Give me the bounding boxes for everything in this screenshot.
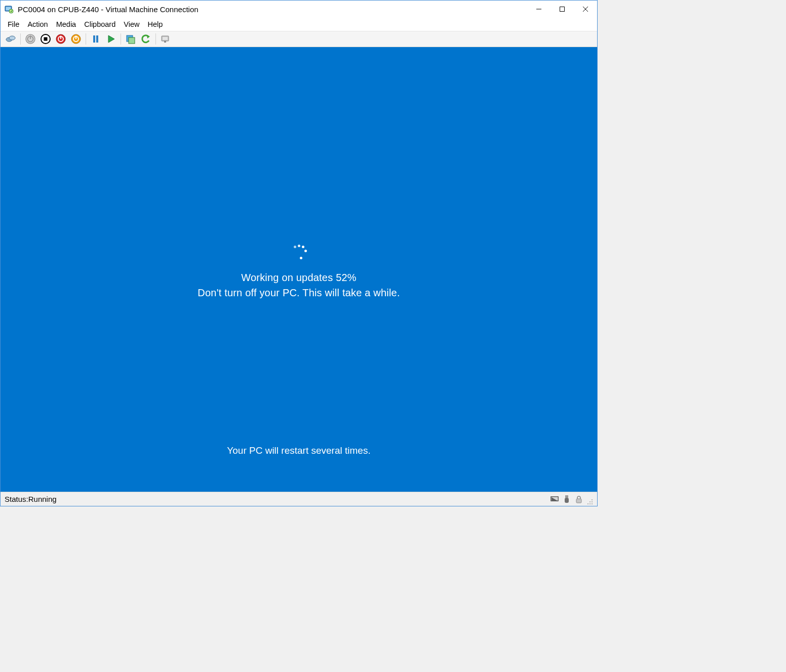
- minimize-button[interactable]: [527, 1, 551, 18]
- svg-rect-28: [164, 41, 166, 43]
- revert-button[interactable]: [139, 32, 153, 46]
- svg-rect-21: [96, 35, 98, 43]
- close-button[interactable]: [574, 1, 597, 18]
- svg-rect-27: [163, 37, 168, 40]
- enhanced-session-button[interactable]: [159, 32, 173, 46]
- status-value: Running: [28, 495, 57, 503]
- svg-marker-22: [108, 35, 114, 43]
- svg-rect-4: [560, 7, 565, 12]
- toolbar: [1, 31, 597, 47]
- menu-action[interactable]: Action: [23, 19, 52, 29]
- statusbar: Status: Running: [1, 492, 597, 506]
- loading-spinner-icon: [289, 245, 309, 265]
- svg-point-35: [592, 499, 593, 500]
- window-title: PC0004 on CPUB-Z440 - Virtual Machine Co…: [18, 5, 199, 14]
- menu-file[interactable]: File: [4, 19, 23, 29]
- toolbar-separator: [121, 33, 121, 45]
- update-progress-prefix: Working on updates: [241, 272, 336, 283]
- checkpoint-button[interactable]: [124, 32, 138, 46]
- menu-clipboard[interactable]: Clipboard: [80, 19, 120, 29]
- vm-screen[interactable]: Working on updates 52% Don't turn off yo…: [1, 47, 597, 492]
- svg-point-36: [590, 501, 591, 502]
- toolbar-separator: [155, 33, 156, 45]
- app-icon: [5, 5, 14, 14]
- lock-icon[interactable]: [574, 494, 584, 504]
- restart-message: Your PC will restart several times.: [1, 445, 597, 456]
- status-label: Status:: [5, 495, 28, 503]
- shutdown-button[interactable]: [54, 32, 68, 46]
- update-warning-line: Don't turn off your PC. This will take a…: [1, 285, 597, 300]
- resize-grip-icon[interactable]: [586, 498, 593, 505]
- svg-rect-32: [565, 495, 568, 498]
- menu-media[interactable]: Media: [52, 19, 81, 29]
- update-progress-line: Working on updates 52%: [1, 270, 597, 285]
- menubar: File Action Media Clipboard View Help: [1, 18, 597, 31]
- vm-viewport: Working on updates 52% Don't turn off yo…: [1, 47, 597, 492]
- menu-help[interactable]: Help: [143, 19, 167, 29]
- usb-icon[interactable]: [562, 494, 572, 504]
- maximize-button[interactable]: [551, 1, 574, 18]
- pause-button[interactable]: [89, 32, 103, 46]
- start-button[interactable]: [104, 32, 118, 46]
- svg-rect-34: [576, 499, 581, 503]
- ctrl-alt-del-button[interactable]: [4, 32, 18, 46]
- svg-rect-24: [129, 37, 135, 44]
- svg-point-37: [592, 501, 593, 502]
- svg-rect-33: [565, 498, 569, 503]
- svg-point-40: [592, 503, 593, 504]
- toolbar-separator: [86, 33, 86, 45]
- titlebar: PC0004 on CPUB-Z440 - Virtual Machine Co…: [1, 1, 597, 18]
- svg-point-2: [9, 9, 13, 13]
- svg-rect-20: [93, 35, 95, 43]
- svg-point-38: [587, 503, 588, 504]
- svg-rect-13: [44, 37, 48, 41]
- svg-point-39: [590, 503, 591, 504]
- turn-off-button[interactable]: [23, 32, 37, 46]
- vm-connection-window: PC0004 on CPUB-Z440 - Virtual Machine Co…: [0, 0, 598, 506]
- svg-point-8: [9, 36, 15, 40]
- stop-button[interactable]: [38, 32, 53, 46]
- toolbar-separator: [20, 33, 21, 45]
- update-progress-percent: 52%: [336, 272, 357, 283]
- display-config-icon[interactable]: [549, 494, 560, 504]
- update-messages: Working on updates 52% Don't turn off yo…: [1, 270, 597, 300]
- reset-button[interactable]: [69, 32, 83, 46]
- menu-view[interactable]: View: [120, 19, 143, 29]
